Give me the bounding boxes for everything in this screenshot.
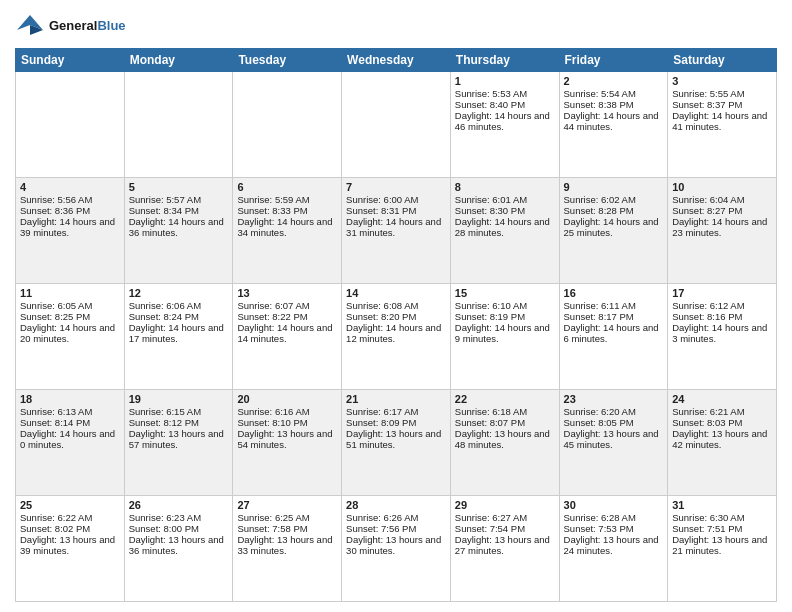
calendar-cell: 1Sunrise: 5:53 AMSunset: 8:40 PMDaylight… — [450, 72, 559, 178]
logo: GeneralBlue — [15, 10, 126, 40]
calendar-week-row: 18Sunrise: 6:13 AMSunset: 8:14 PMDayligh… — [16, 390, 777, 496]
daylight-text: Daylight: 14 hours and 3 minutes. — [672, 322, 772, 344]
sunrise-text: Sunrise: 6:22 AM — [20, 512, 120, 523]
daylight-text: Daylight: 14 hours and 39 minutes. — [20, 216, 120, 238]
calendar-header-tuesday: Tuesday — [233, 49, 342, 72]
daylight-text: Daylight: 14 hours and 46 minutes. — [455, 110, 555, 132]
calendar-cell: 18Sunrise: 6:13 AMSunset: 8:14 PMDayligh… — [16, 390, 125, 496]
day-number: 31 — [672, 499, 772, 511]
sunrise-text: Sunrise: 6:07 AM — [237, 300, 337, 311]
sunset-text: Sunset: 8:10 PM — [237, 417, 337, 428]
daylight-text: Daylight: 13 hours and 21 minutes. — [672, 534, 772, 556]
sunrise-text: Sunrise: 6:00 AM — [346, 194, 446, 205]
calendar-cell: 8Sunrise: 6:01 AMSunset: 8:30 PMDaylight… — [450, 178, 559, 284]
sunset-text: Sunset: 7:53 PM — [564, 523, 664, 534]
daylight-text: Daylight: 13 hours and 45 minutes. — [564, 428, 664, 450]
day-number: 14 — [346, 287, 446, 299]
daylight-text: Daylight: 14 hours and 6 minutes. — [564, 322, 664, 344]
calendar-cell: 9Sunrise: 6:02 AMSunset: 8:28 PMDaylight… — [559, 178, 668, 284]
calendar-cell: 28Sunrise: 6:26 AMSunset: 7:56 PMDayligh… — [342, 496, 451, 602]
day-number: 8 — [455, 181, 555, 193]
calendar-cell: 30Sunrise: 6:28 AMSunset: 7:53 PMDayligh… — [559, 496, 668, 602]
calendar-header-sunday: Sunday — [16, 49, 125, 72]
day-number: 6 — [237, 181, 337, 193]
calendar-cell — [342, 72, 451, 178]
daylight-text: Daylight: 13 hours and 42 minutes. — [672, 428, 772, 450]
calendar-week-row: 11Sunrise: 6:05 AMSunset: 8:25 PMDayligh… — [16, 284, 777, 390]
day-number: 3 — [672, 75, 772, 87]
day-number: 2 — [564, 75, 664, 87]
calendar-cell: 17Sunrise: 6:12 AMSunset: 8:16 PMDayligh… — [668, 284, 777, 390]
sunset-text: Sunset: 8:31 PM — [346, 205, 446, 216]
day-number: 22 — [455, 393, 555, 405]
calendar-cell: 14Sunrise: 6:08 AMSunset: 8:20 PMDayligh… — [342, 284, 451, 390]
sunset-text: Sunset: 7:54 PM — [455, 523, 555, 534]
sunrise-text: Sunrise: 5:55 AM — [672, 88, 772, 99]
sunset-text: Sunset: 8:28 PM — [564, 205, 664, 216]
day-number: 4 — [20, 181, 120, 193]
daylight-text: Daylight: 13 hours and 39 minutes. — [20, 534, 120, 556]
calendar-cell: 31Sunrise: 6:30 AMSunset: 7:51 PMDayligh… — [668, 496, 777, 602]
day-number: 10 — [672, 181, 772, 193]
sunrise-text: Sunrise: 5:57 AM — [129, 194, 229, 205]
daylight-text: Daylight: 13 hours and 54 minutes. — [237, 428, 337, 450]
calendar-cell: 21Sunrise: 6:17 AMSunset: 8:09 PMDayligh… — [342, 390, 451, 496]
day-number: 11 — [20, 287, 120, 299]
sunrise-text: Sunrise: 5:56 AM — [20, 194, 120, 205]
day-number: 15 — [455, 287, 555, 299]
sunset-text: Sunset: 8:00 PM — [129, 523, 229, 534]
sunset-text: Sunset: 8:36 PM — [20, 205, 120, 216]
daylight-text: Daylight: 14 hours and 41 minutes. — [672, 110, 772, 132]
calendar-week-row: 4Sunrise: 5:56 AMSunset: 8:36 PMDaylight… — [16, 178, 777, 284]
calendar-cell: 16Sunrise: 6:11 AMSunset: 8:17 PMDayligh… — [559, 284, 668, 390]
daylight-text: Daylight: 14 hours and 12 minutes. — [346, 322, 446, 344]
logo-text: GeneralBlue — [49, 18, 126, 33]
sunset-text: Sunset: 8:16 PM — [672, 311, 772, 322]
sunset-text: Sunset: 8:05 PM — [564, 417, 664, 428]
sunrise-text: Sunrise: 6:30 AM — [672, 512, 772, 523]
sunset-text: Sunset: 8:22 PM — [237, 311, 337, 322]
sunset-text: Sunset: 8:09 PM — [346, 417, 446, 428]
day-number: 25 — [20, 499, 120, 511]
sunset-text: Sunset: 8:07 PM — [455, 417, 555, 428]
calendar-cell: 4Sunrise: 5:56 AMSunset: 8:36 PMDaylight… — [16, 178, 125, 284]
day-number: 26 — [129, 499, 229, 511]
daylight-text: Daylight: 14 hours and 28 minutes. — [455, 216, 555, 238]
calendar-cell: 6Sunrise: 5:59 AMSunset: 8:33 PMDaylight… — [233, 178, 342, 284]
calendar-cell: 15Sunrise: 6:10 AMSunset: 8:19 PMDayligh… — [450, 284, 559, 390]
calendar-cell: 3Sunrise: 5:55 AMSunset: 8:37 PMDaylight… — [668, 72, 777, 178]
calendar-cell: 23Sunrise: 6:20 AMSunset: 8:05 PMDayligh… — [559, 390, 668, 496]
calendar-header-row: SundayMondayTuesdayWednesdayThursdayFrid… — [16, 49, 777, 72]
sunrise-text: Sunrise: 6:25 AM — [237, 512, 337, 523]
daylight-text: Daylight: 13 hours and 27 minutes. — [455, 534, 555, 556]
daylight-text: Daylight: 14 hours and 44 minutes. — [564, 110, 664, 132]
sunrise-text: Sunrise: 6:21 AM — [672, 406, 772, 417]
calendar-cell: 7Sunrise: 6:00 AMSunset: 8:31 PMDaylight… — [342, 178, 451, 284]
calendar-header-thursday: Thursday — [450, 49, 559, 72]
day-number: 12 — [129, 287, 229, 299]
day-number: 27 — [237, 499, 337, 511]
sunrise-text: Sunrise: 6:04 AM — [672, 194, 772, 205]
daylight-text: Daylight: 14 hours and 14 minutes. — [237, 322, 337, 344]
daylight-text: Daylight: 13 hours and 48 minutes. — [455, 428, 555, 450]
header: GeneralBlue — [15, 10, 777, 40]
calendar-header-monday: Monday — [124, 49, 233, 72]
sunset-text: Sunset: 8:25 PM — [20, 311, 120, 322]
calendar-cell: 10Sunrise: 6:04 AMSunset: 8:27 PMDayligh… — [668, 178, 777, 284]
sunset-text: Sunset: 8:19 PM — [455, 311, 555, 322]
daylight-text: Daylight: 14 hours and 36 minutes. — [129, 216, 229, 238]
sunset-text: Sunset: 8:34 PM — [129, 205, 229, 216]
sunset-text: Sunset: 7:51 PM — [672, 523, 772, 534]
day-number: 20 — [237, 393, 337, 405]
page: GeneralBlue SundayMondayTuesdayWednesday… — [0, 0, 792, 612]
day-number: 9 — [564, 181, 664, 193]
day-number: 30 — [564, 499, 664, 511]
day-number: 5 — [129, 181, 229, 193]
sunrise-text: Sunrise: 6:28 AM — [564, 512, 664, 523]
calendar-cell: 27Sunrise: 6:25 AMSunset: 7:58 PMDayligh… — [233, 496, 342, 602]
sunset-text: Sunset: 7:56 PM — [346, 523, 446, 534]
day-number: 17 — [672, 287, 772, 299]
calendar-cell — [16, 72, 125, 178]
sunset-text: Sunset: 8:17 PM — [564, 311, 664, 322]
sunset-text: Sunset: 7:58 PM — [237, 523, 337, 534]
